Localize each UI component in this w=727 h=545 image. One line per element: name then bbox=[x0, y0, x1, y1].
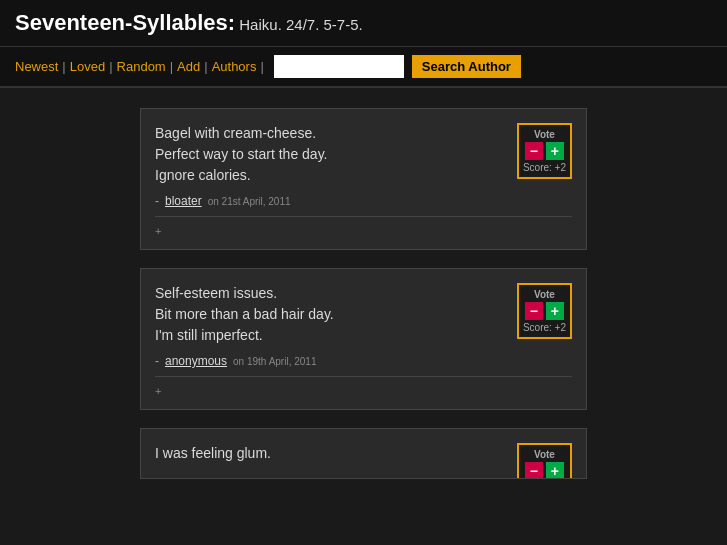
title-subtitle: Haiku. 24/7. 5-7-5. bbox=[235, 16, 363, 33]
haiku-card-partial: I was feeling glum. Vote − + Score: +2 bbox=[140, 428, 587, 479]
haiku-date: on 19th April, 2011 bbox=[233, 356, 316, 367]
haiku-dash: - bbox=[155, 194, 159, 208]
vote-label: Vote bbox=[534, 129, 555, 140]
nav-sep-5: | bbox=[260, 59, 263, 74]
haiku-card: Bagel with cream-cheese. Perfect way to … bbox=[140, 108, 587, 250]
haiku-line-2: Bit more than a bad hair day. bbox=[155, 304, 572, 325]
nav-sep-3: | bbox=[170, 59, 173, 74]
vote-box: Vote − + Score: +2 bbox=[517, 443, 572, 479]
vote-buttons: − + bbox=[525, 142, 564, 160]
haiku-line-1: I was feeling glum. bbox=[155, 443, 572, 464]
vote-up-button[interactable]: + bbox=[546, 142, 564, 160]
nav-loved[interactable]: Loved bbox=[70, 59, 105, 74]
vote-up-button[interactable]: + bbox=[546, 462, 564, 479]
vote-down-button[interactable]: − bbox=[525, 462, 543, 479]
haiku-line-3: Ignore calories. bbox=[155, 165, 572, 186]
search-author-button[interactable]: Search Author bbox=[412, 55, 521, 78]
vote-label: Vote bbox=[534, 289, 555, 300]
vote-box: Vote − + Score: +2 bbox=[517, 123, 572, 179]
nav-newest[interactable]: Newest bbox=[15, 59, 58, 74]
vote-label: Vote bbox=[534, 449, 555, 460]
expand-button[interactable]: + bbox=[155, 385, 161, 397]
vote-score: Score: +2 bbox=[523, 322, 566, 333]
vote-buttons: − + bbox=[525, 302, 564, 320]
site-title: Seventeen-Syllables: Haiku. 24/7. 5-7-5. bbox=[15, 10, 712, 36]
vote-down-button[interactable]: − bbox=[525, 302, 543, 320]
haiku-lines: I was feeling glum. bbox=[155, 443, 572, 464]
site-header: Seventeen-Syllables: Haiku. 24/7. 5-7-5. bbox=[0, 0, 727, 47]
haiku-author-link[interactable]: bloater bbox=[165, 194, 202, 208]
vote-score: Score: +2 bbox=[523, 162, 566, 173]
title-main: Seventeen-Syllables: bbox=[15, 10, 235, 35]
search-input[interactable] bbox=[274, 55, 404, 78]
haiku-card: Self-esteem issues. Bit more than a bad … bbox=[140, 268, 587, 410]
vote-down-button[interactable]: − bbox=[525, 142, 543, 160]
vote-buttons: − + bbox=[525, 462, 564, 479]
haiku-line-2: Perfect way to start the day. bbox=[155, 144, 572, 165]
haiku-author-link[interactable]: anonymous bbox=[165, 354, 227, 368]
nav-random[interactable]: Random bbox=[117, 59, 166, 74]
haiku-line-3: I'm still imperfect. bbox=[155, 325, 572, 346]
nav-sep-2: | bbox=[109, 59, 112, 74]
haiku-line-1: Self-esteem issues. bbox=[155, 283, 572, 304]
nav-bar: Newest | Loved | Random | Add | Authors … bbox=[0, 47, 727, 88]
nav-add[interactable]: Add bbox=[177, 59, 200, 74]
haiku-lines: Self-esteem issues. Bit more than a bad … bbox=[155, 283, 572, 346]
vote-box: Vote − + Score: +2 bbox=[517, 283, 572, 339]
haiku-lines: Bagel with cream-cheese. Perfect way to … bbox=[155, 123, 572, 186]
expand-row: + bbox=[155, 216, 572, 239]
nav-authors[interactable]: Authors bbox=[212, 59, 257, 74]
haiku-line-1: Bagel with cream-cheese. bbox=[155, 123, 572, 144]
haiku-author-row: - bloater on 21st April, 2011 bbox=[155, 194, 572, 208]
main-content: Bagel with cream-cheese. Perfect way to … bbox=[0, 88, 727, 499]
vote-up-button[interactable]: + bbox=[546, 302, 564, 320]
nav-sep-4: | bbox=[204, 59, 207, 74]
expand-row: + bbox=[155, 376, 572, 399]
nav-sep-1: | bbox=[62, 59, 65, 74]
haiku-author-row: - anonymous on 19th April, 2011 bbox=[155, 354, 572, 368]
expand-button[interactable]: + bbox=[155, 225, 161, 237]
haiku-dash: - bbox=[155, 354, 159, 368]
haiku-date: on 21st April, 2011 bbox=[208, 196, 291, 207]
